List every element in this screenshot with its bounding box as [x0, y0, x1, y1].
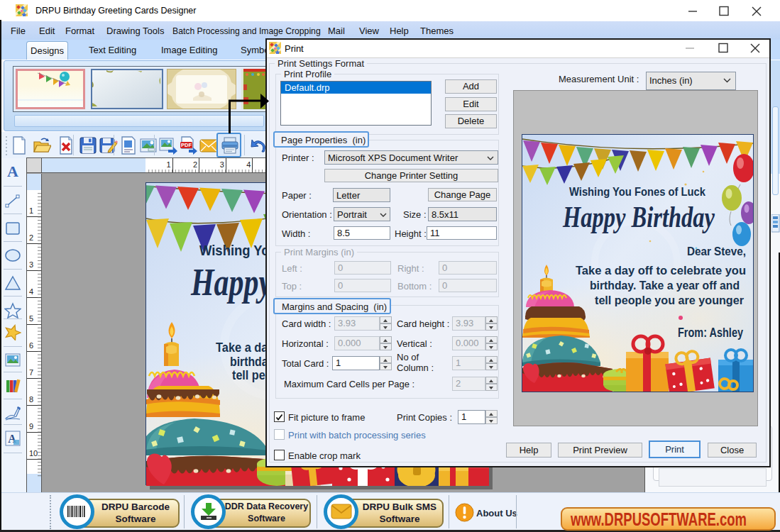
svg-text:PDF: PDF: [181, 142, 192, 148]
svg-text:From: Ashley: From: Ashley: [678, 326, 743, 340]
svg-text:www.DRPUSOFTWARE.com: www.DRPUSOFTWARE.com: [570, 509, 747, 530]
svg-text:Wishing You Fones of Luck: Wishing You Fones of Luck: [569, 185, 705, 199]
svg-text:tell people you are younger: tell people you are younger: [595, 294, 744, 307]
svg-text:birthday. Take a year off and: birthday. Take a year off and: [590, 279, 740, 292]
svg-text:Happy Birthday: Happy Birthday: [562, 201, 715, 233]
svg-text:Dear Steve,: Dear Steve,: [687, 245, 746, 258]
svg-text:Take a day off to celebrate yo: Take a day off to celebrate you: [576, 264, 746, 277]
svg-text:A: A: [7, 163, 18, 180]
